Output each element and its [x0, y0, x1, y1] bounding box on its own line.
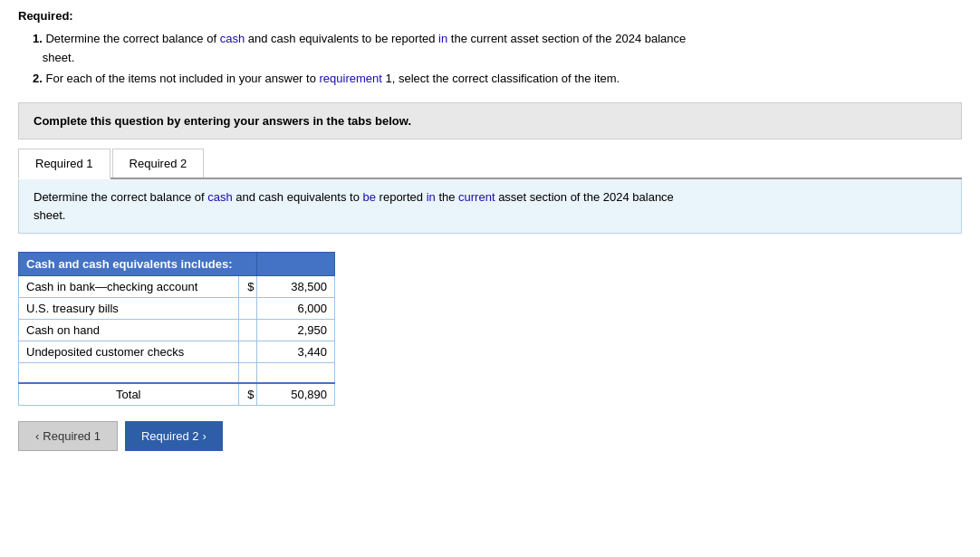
row-amount-1: 38,500	[256, 276, 334, 298]
chevron-left-icon: ‹	[35, 429, 39, 443]
prev-button[interactable]: ‹ Required 1	[18, 421, 118, 451]
table-row empty-row	[19, 363, 335, 383]
row-symbol-1: $	[238, 276, 256, 298]
row-label-4: Undeposited customer checks	[19, 341, 239, 363]
row-label-5	[19, 363, 239, 383]
row-amount-2: 6,000	[256, 298, 334, 320]
row-amount-3: 2,950	[256, 320, 334, 341]
tab-required-2[interactable]: Required 2	[112, 149, 205, 178]
table-row: Cash on hand 2,950	[19, 320, 335, 341]
table-container: Cash and cash equivalents includes: Cash…	[18, 252, 335, 406]
tab-required-1[interactable]: Required 1	[18, 149, 110, 179]
total-amount: 50,890	[256, 383, 334, 406]
prev-button-label: Required 1	[43, 429, 101, 443]
row-label-1: Cash in bank—checking account	[19, 276, 239, 298]
total-row: Total $ 50,890	[19, 383, 335, 406]
instruction-1: 1. Determine the correct balance of cash…	[33, 30, 962, 68]
instructions: 1. Determine the correct balance of cash…	[33, 30, 962, 88]
row-symbol-3	[238, 320, 256, 341]
required-header: Required:	[18, 9, 962, 23]
table-row: U.S. treasury bills 6,000	[19, 298, 335, 320]
complete-box: Complete this question by entering your …	[18, 102, 962, 139]
row-symbol-4	[238, 341, 256, 363]
total-symbol: $	[238, 383, 256, 406]
chevron-right-icon: ›	[203, 429, 207, 443]
next-button-label: Required 2	[141, 429, 199, 443]
row-symbol-5	[238, 363, 256, 383]
total-label: Total	[19, 383, 239, 406]
next-button[interactable]: Required 2 ›	[125, 421, 223, 451]
row-amount-5	[256, 363, 334, 383]
table-row: Cash in bank—checking account $ 38,500	[19, 276, 335, 298]
row-label-2: U.S. treasury bills	[19, 298, 239, 320]
row-amount-4: 3,440	[256, 341, 334, 363]
table-header-amount	[256, 253, 334, 276]
tab-content: Determine the correct balance of cash an…	[18, 179, 962, 234]
instruction-2: 2. For each of the items not included in…	[33, 70, 962, 89]
row-label-3: Cash on hand	[19, 320, 239, 341]
table-row: Undeposited customer checks 3,440	[19, 341, 335, 363]
table-header: Cash and cash equivalents includes:	[19, 253, 257, 276]
nav-buttons: ‹ Required 1 Required 2 ›	[18, 421, 962, 451]
row-symbol-2	[238, 298, 256, 320]
tabs-container: Required 1 Required 2	[18, 149, 962, 179]
